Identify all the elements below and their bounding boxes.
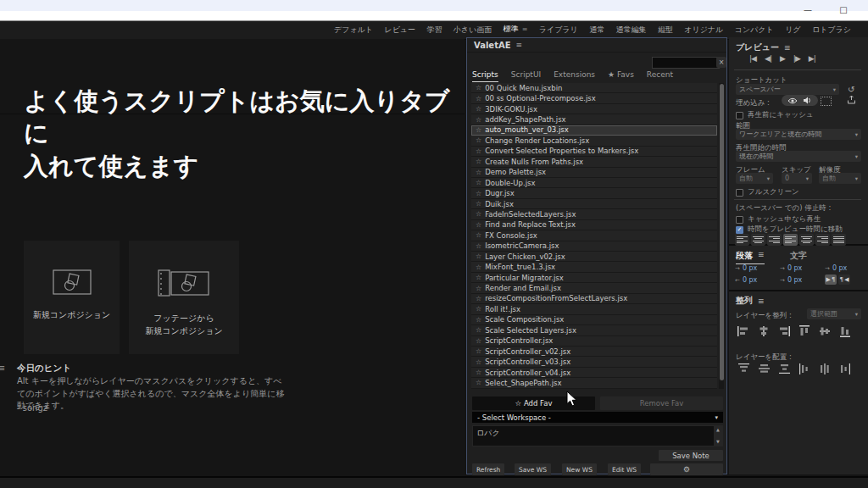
new-composition-button[interactable]: 新規コンポジション bbox=[24, 241, 120, 354]
workspace-tab-7[interactable]: 通常 bbox=[587, 22, 606, 39]
distribute-right-button[interactable] bbox=[837, 363, 853, 374]
align-layers-right-button[interactable] bbox=[776, 325, 792, 337]
favorite-star-icon[interactable]: ☆ bbox=[476, 347, 481, 355]
space-after-field[interactable]: → 0 px bbox=[825, 264, 847, 272]
panel-menu-icon[interactable]: ≡ bbox=[516, 41, 523, 49]
range-dropdown[interactable]: ワークエリアと現在の時間 ▾ bbox=[736, 129, 861, 140]
favorite-star-icon[interactable]: ☆ bbox=[476, 263, 481, 271]
text-direction-rtl-button[interactable]: ¶▶ bbox=[838, 274, 850, 285]
script-list-item[interactable]: ☆Dugr.jsx bbox=[471, 188, 717, 198]
align-left-button[interactable] bbox=[735, 234, 749, 246]
space-before-field[interactable]: → 0 px bbox=[780, 264, 802, 272]
refresh-button[interactable]: Refresh bbox=[472, 463, 504, 475]
resolution-dropdown[interactable]: 自動 ▾ bbox=[819, 173, 861, 184]
align-layers-vcenter-button[interactable] bbox=[817, 325, 832, 337]
favorite-star-icon[interactable]: ☆ bbox=[476, 105, 481, 113]
favorite-star-icon[interactable]: ☆ bbox=[476, 126, 481, 134]
favorite-star-icon[interactable]: ☆ bbox=[476, 136, 481, 144]
favorite-star-icon[interactable]: ☆ bbox=[476, 221, 481, 229]
note-spinner[interactable]: ▲ ▼ bbox=[714, 426, 722, 446]
favorite-star-icon[interactable]: ☆ bbox=[476, 84, 481, 92]
script-list-item[interactable]: ☆Render and Email.jsx bbox=[471, 283, 717, 293]
favorite-star-icon[interactable]: ☆ bbox=[476, 210, 481, 218]
next-frame-button[interactable]: |▶ bbox=[793, 54, 800, 63]
spinner-down-icon[interactable]: ▼ bbox=[716, 440, 720, 444]
distribute-bottom-button[interactable] bbox=[776, 363, 792, 374]
workspace-tab-2[interactable]: レビュー bbox=[382, 22, 417, 39]
favorite-star-icon[interactable]: ☆ bbox=[476, 231, 481, 239]
favorite-star-icon[interactable]: ☆ bbox=[476, 316, 481, 324]
first-line-indent-field[interactable]: → 0 px bbox=[780, 276, 802, 284]
valetae-panel-header[interactable]: ValetAE ≡ bbox=[467, 38, 726, 53]
favorite-star-icon[interactable]: ☆ bbox=[476, 200, 481, 208]
text-direction-ltr-button[interactable]: ▶¶ bbox=[825, 274, 837, 285]
justify-last-right-button[interactable] bbox=[815, 234, 830, 246]
justify-all-button[interactable] bbox=[832, 234, 846, 246]
edit-ws-button[interactable]: Edit WS bbox=[608, 463, 641, 475]
workspace-tab-4[interactable]: 小さい画面 bbox=[452, 22, 493, 39]
distribute-hcenter-button[interactable] bbox=[817, 363, 832, 374]
script-list-item[interactable]: ☆Scale Composition.jsx bbox=[471, 315, 717, 325]
script-list-item[interactable]: ☆MixFont_true1.3.jsx bbox=[471, 262, 717, 272]
settings-button[interactable]: ⚙ bbox=[650, 463, 723, 475]
distribute-top-button[interactable] bbox=[736, 363, 751, 374]
cache-before-playback-checkbox[interactable] bbox=[736, 112, 743, 119]
workspace-tab-8[interactable]: 通常編集 bbox=[615, 22, 648, 39]
script-list-item[interactable]: ☆Select_ShapePath.jsx bbox=[471, 378, 717, 388]
script-list-item[interactable]: ☆Create Nulls From Paths.jsx bbox=[471, 157, 717, 167]
justify-last-left-button[interactable] bbox=[783, 234, 798, 246]
new-composition-from-footage-button[interactable]: フッテージから 新規コンポジション bbox=[129, 241, 239, 354]
workspace-tab-12[interactable]: リグ bbox=[783, 22, 802, 39]
reset-icon[interactable]: ↺ bbox=[848, 85, 854, 94]
favorite-star-icon[interactable]: ☆ bbox=[476, 337, 481, 345]
tab-menu-icon[interactable]: ≡ bbox=[522, 25, 528, 33]
search-clear-button[interactable]: × bbox=[716, 57, 726, 68]
align-layers-left-button[interactable] bbox=[736, 325, 751, 337]
favorite-star-icon[interactable]: ☆ bbox=[476, 295, 481, 302]
export-icon[interactable] bbox=[846, 95, 857, 105]
align-center-button[interactable] bbox=[751, 234, 765, 246]
note-textarea[interactable]: ロパク ▲ ▼ bbox=[472, 425, 723, 446]
script-list-item[interactable]: ☆Change Render Locations.jsx bbox=[471, 136, 717, 146]
remove-fav-button[interactable]: Remove Fav bbox=[600, 396, 723, 410]
panel-menu-icon[interactable]: ≡ bbox=[758, 297, 765, 305]
play-button[interactable]: ▶ bbox=[780, 54, 785, 63]
script-list-item[interactable]: ☆Demo Palette.jsx bbox=[471, 168, 717, 178]
valetae-tab-favs[interactable]: ★ Favs bbox=[608, 70, 634, 82]
spinner-up-icon[interactable]: ▲ bbox=[716, 428, 720, 432]
script-list-item[interactable]: ☆Roll it!.jsx bbox=[471, 304, 717, 314]
prev-frame-button[interactable]: ◀| bbox=[765, 54, 771, 63]
frame-rate-dropdown[interactable]: 自動 ▾ bbox=[736, 173, 773, 184]
save-note-button[interactable]: Save Note bbox=[659, 450, 723, 461]
favorite-star-icon[interactable]: ☆ bbox=[476, 274, 481, 281]
speaker-icon[interactable] bbox=[803, 97, 812, 104]
panel-menu-icon[interactable]: ≡ bbox=[758, 250, 765, 262]
skip-dropdown[interactable]: 0 ▾ bbox=[782, 173, 812, 184]
script-list-scrollbar[interactable] bbox=[719, 83, 724, 389]
first-frame-button[interactable]: |◀ bbox=[749, 54, 756, 63]
workspace-tab-10[interactable]: オリジナル bbox=[682, 22, 725, 39]
search-input[interactable] bbox=[652, 57, 720, 69]
save-ws-button[interactable]: Save WS bbox=[515, 463, 551, 475]
fullscreen-checkbox[interactable] bbox=[736, 189, 743, 197]
script-list-item[interactable]: ☆Find and Replace Text.jsx bbox=[471, 220, 717, 230]
script-list-item[interactable]: ☆ScriptController.jsx bbox=[471, 336, 717, 347]
align-layers-bottom-button[interactable] bbox=[837, 325, 853, 337]
script-list-item[interactable]: ☆ScriptController_v04.jsx bbox=[471, 368, 717, 378]
script-list-item[interactable]: ☆00 ss Optional-Precompose.jsx bbox=[471, 93, 717, 103]
workspace-tab-5[interactable]: 標準≡ bbox=[502, 21, 530, 39]
workspace-tab-13[interactable]: ロトブラシ bbox=[810, 22, 853, 39]
script-list-item[interactable]: ☆Particular Migrator.jsx bbox=[471, 273, 717, 283]
region-of-interest-icon[interactable] bbox=[821, 97, 832, 106]
favorite-star-icon[interactable]: ☆ bbox=[476, 379, 481, 386]
favorite-star-icon[interactable]: ☆ bbox=[476, 285, 481, 292]
favorite-star-icon[interactable]: ☆ bbox=[476, 158, 481, 165]
script-list-item[interactable]: ☆ScriptController_v02.jsx bbox=[471, 347, 717, 357]
favorite-star-icon[interactable]: ☆ bbox=[476, 252, 481, 260]
eye-icon[interactable] bbox=[787, 97, 798, 104]
script-list-item[interactable]: ☆Layer Chicken_v02.jsx bbox=[471, 252, 717, 262]
align-right-button[interactable] bbox=[767, 234, 782, 246]
workspace-tab-11[interactable]: コンパクト bbox=[733, 22, 776, 39]
script-list-item[interactable]: ☆Duik.jsx bbox=[471, 199, 717, 209]
workspace-tab-3[interactable]: 学習 bbox=[425, 22, 443, 39]
